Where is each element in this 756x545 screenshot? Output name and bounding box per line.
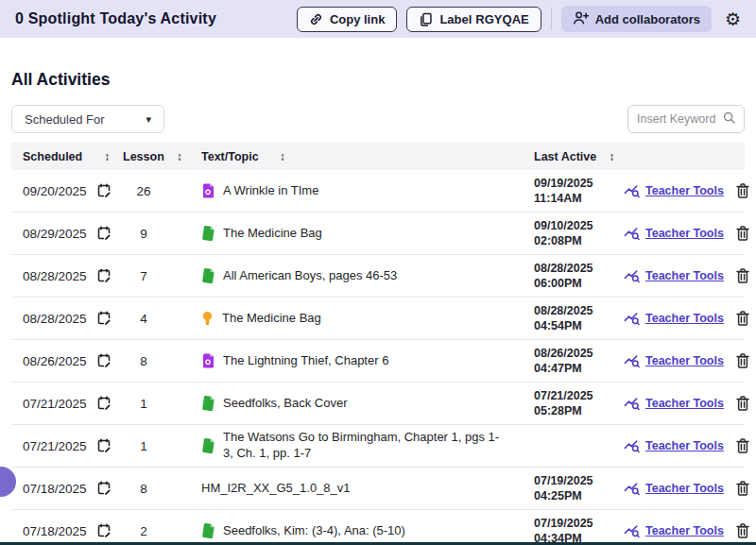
chevron-down-icon: ▾ bbox=[146, 113, 151, 126]
table-row: 07/21/2025 1 bbox=[11, 383, 745, 425]
lesson-number: 7 bbox=[121, 269, 166, 283]
teacher-tools-icon bbox=[624, 184, 640, 198]
search-icon bbox=[723, 111, 735, 128]
header-divider bbox=[551, 8, 552, 30]
calendar-edit-icon[interactable] bbox=[96, 183, 112, 198]
header-last-active-label: Last Active bbox=[534, 150, 596, 163]
document-icon-green bbox=[201, 226, 215, 241]
lesson-number: 26 bbox=[121, 184, 166, 198]
topic-text: The Lightning Thief, Chapter 6 bbox=[223, 353, 388, 369]
teacher-tools-icon bbox=[624, 269, 640, 283]
section-title: All Activities bbox=[11, 70, 745, 90]
teacher-tools-link[interactable]: Teacher Tools bbox=[645, 482, 724, 495]
calendar-edit-icon[interactable] bbox=[96, 523, 112, 538]
table-header-row: Scheduled ↕ Lesson ↕ Text/Topic ↕ Last A… bbox=[11, 143, 745, 170]
teacher-tools-link[interactable]: Teacher Tools bbox=[645, 397, 724, 410]
topic-text: The Medicine Bag bbox=[223, 226, 322, 242]
calendar-edit-icon[interactable] bbox=[96, 481, 112, 496]
table-row: 07/21/2025 1 bbox=[11, 425, 745, 468]
lesson-number: 9 bbox=[121, 227, 166, 241]
calendar-edit-icon[interactable] bbox=[96, 438, 112, 453]
trash-icon[interactable] bbox=[736, 523, 749, 538]
activities-table: Scheduled ↕ Lesson ↕ Text/Topic ↕ Last A… bbox=[11, 143, 745, 545]
last-active-cell: 07/21/2025 05:28PM bbox=[534, 388, 593, 419]
topic-text: Seedfolks, Back Cover bbox=[223, 396, 348, 412]
trash-icon[interactable] bbox=[736, 311, 749, 326]
copy-link-label: Copy link bbox=[330, 12, 386, 26]
last-active-date: 07/19/2025 bbox=[534, 516, 593, 532]
teacher-tools-link[interactable]: Teacher Tools bbox=[645, 269, 724, 282]
last-active-cell: 08/28/2025 04:54PM bbox=[534, 303, 593, 334]
lesson-number: 8 bbox=[121, 482, 166, 496]
calendar-edit-icon[interactable] bbox=[96, 353, 112, 368]
trash-icon[interactable] bbox=[736, 353, 749, 368]
lesson-number: 1 bbox=[121, 397, 166, 411]
sort-icon[interactable]: ↕ bbox=[280, 150, 285, 163]
teacher-tools-link[interactable]: Teacher Tools bbox=[645, 354, 724, 367]
header-text-topic: Text/Topic ↕ bbox=[195, 150, 533, 163]
sort-icon[interactable]: ↕ bbox=[104, 150, 110, 163]
lesson-number: 8 bbox=[121, 354, 166, 368]
main-content: All Activities Scheduled For ▾ Scheduled… bbox=[0, 70, 756, 545]
trash-icon[interactable] bbox=[736, 481, 749, 496]
copy-link-button[interactable]: Copy link bbox=[297, 7, 398, 32]
teacher-tools-link[interactable]: Teacher Tools bbox=[645, 227, 724, 240]
header-lesson: Lesson ↕ bbox=[121, 150, 195, 163]
sort-icon[interactable]: ↕ bbox=[609, 150, 614, 163]
last-active-date: 08/26/2025 bbox=[534, 346, 593, 362]
header-last-active: Last Active ↕ bbox=[533, 150, 618, 163]
scheduled-date: 08/28/2025 bbox=[23, 269, 87, 283]
last-active-date: 07/21/2025 bbox=[534, 388, 593, 404]
sort-icon[interactable]: ↕ bbox=[177, 150, 182, 163]
trash-icon[interactable] bbox=[736, 396, 749, 411]
last-active-cell: 09/10/2025 02:08PM bbox=[534, 218, 593, 249]
calendar-edit-icon[interactable] bbox=[96, 396, 112, 411]
header-scheduled-label: Scheduled bbox=[23, 150, 82, 163]
document-icon-purple bbox=[201, 183, 215, 198]
last-active-cell: 08/26/2025 04:47PM bbox=[534, 346, 593, 377]
last-active-time: 06:00PM bbox=[534, 276, 593, 292]
header-text-topic-label: Text/Topic bbox=[201, 150, 259, 163]
last-active-time: 05:28PM bbox=[534, 403, 593, 419]
scheduled-for-dropdown[interactable]: Scheduled For ▾ bbox=[11, 105, 164, 133]
table-row: 08/29/2025 9 bbox=[11, 213, 745, 255]
header-scheduled: Scheduled ↕ bbox=[11, 150, 121, 163]
teacher-tools-link[interactable]: Teacher Tools bbox=[645, 439, 724, 452]
document-icon-green bbox=[201, 438, 215, 453]
topic-text: HM_I2R_XX_G5_1.0_8_v1 bbox=[201, 481, 351, 497]
last-active-time: 04:54PM bbox=[534, 318, 593, 334]
search-input[interactable] bbox=[637, 112, 717, 126]
calendar-edit-icon[interactable] bbox=[96, 311, 112, 326]
table-row: 08/28/2025 7 bbox=[11, 255, 745, 298]
trash-icon[interactable] bbox=[736, 438, 749, 453]
table-row: 08/26/2025 8 bbox=[11, 340, 745, 383]
header-lesson-label: Lesson bbox=[123, 150, 164, 163]
topic-text: A Wrinkle in TIme bbox=[223, 183, 318, 199]
topic-text: Seedfolks, Kim: (3-4), Ana: (5-10) bbox=[223, 523, 405, 539]
trash-icon[interactable] bbox=[736, 183, 749, 198]
last-active-cell: 07/19/2025 04:34PM bbox=[534, 516, 593, 545]
last-active-date: 09/10/2025 bbox=[534, 218, 593, 234]
teacher-tools-icon bbox=[624, 439, 640, 453]
calendar-edit-icon[interactable] bbox=[96, 226, 112, 241]
teacher-tools-link[interactable]: Teacher Tools bbox=[645, 184, 724, 197]
last-active-date: 09/19/2025 bbox=[534, 176, 593, 192]
scheduled-date: 08/26/2025 bbox=[23, 354, 87, 368]
link-icon bbox=[309, 12, 323, 26]
teacher-tools-link[interactable]: Teacher Tools bbox=[645, 312, 724, 325]
last-active-time: 04:47PM bbox=[534, 361, 593, 377]
label-button[interactable]: Label RGYQAE bbox=[406, 7, 541, 32]
last-active-date: 08/28/2025 bbox=[534, 261, 593, 277]
teacher-tools-link[interactable]: Teacher Tools bbox=[645, 524, 724, 537]
table-row: 07/18/2025 8 bbox=[11, 468, 745, 510]
lesson-number: 1 bbox=[121, 439, 166, 453]
teacher-tools-icon bbox=[624, 397, 640, 411]
settings-gear-icon[interactable]: ⚙ bbox=[725, 10, 741, 28]
last-active-date: 07/19/2025 bbox=[534, 473, 593, 489]
trash-icon[interactable] bbox=[736, 268, 749, 283]
trash-icon[interactable] bbox=[736, 226, 749, 241]
calendar-edit-icon[interactable] bbox=[96, 268, 112, 283]
scheduled-date: 08/29/2025 bbox=[23, 227, 87, 241]
scheduled-date: 07/18/2025 bbox=[23, 524, 87, 538]
add-collaborators-button[interactable]: Add collaborators bbox=[561, 6, 712, 32]
